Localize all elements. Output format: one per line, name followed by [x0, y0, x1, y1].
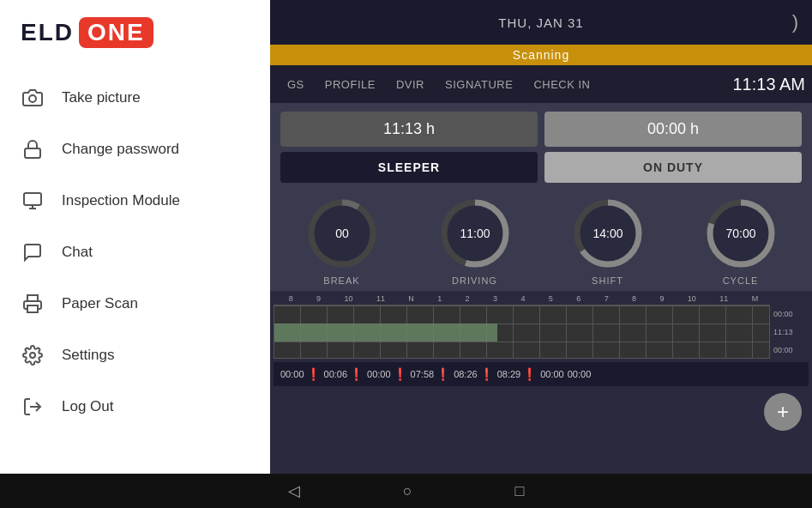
svg-text:14:00: 14:00	[592, 227, 623, 240]
status-row: 11:13 h 00:00 h	[270, 103, 812, 152]
on-duty-button[interactable]: ON DUTY	[544, 152, 802, 183]
bottom-status-bar: 00:00 ❗ 00:06 ❗ 00:00 ❗ 07:58 ❗	[274, 362, 809, 386]
on-duty-label: ON DUTY	[643, 160, 703, 174]
status-warn-2: ❗	[393, 367, 407, 381]
status-warn-0: ❗	[306, 367, 321, 381]
moon-icon: )	[792, 11, 798, 33]
lock-icon	[21, 137, 45, 161]
gauges-row: 00 BREAK 11:00 DRIVING	[270, 190, 812, 291]
gauge-shift: 14:00 SHIFT	[569, 195, 647, 286]
status-value-0: 00:00	[280, 369, 304, 379]
status-value-7: 00:00	[568, 369, 592, 379]
top-bar: THU, JAN 31 )	[270, 0, 812, 45]
status-warn-4: ❗	[479, 367, 494, 381]
fab-add-button[interactable]: +	[764, 393, 802, 431]
mode-row: SLEEPER ON DUTY	[270, 152, 812, 190]
gauge-shift-label: SHIFT	[592, 275, 623, 286]
status-item-2: 00:00 ❗	[367, 367, 407, 381]
sidebar-item-settings[interactable]: Settings	[0, 330, 270, 381]
svg-rect-2	[24, 193, 41, 205]
logo-area: ELD ONE	[0, 0, 270, 65]
status-item-3: 07:58 ❗	[411, 367, 451, 381]
svg-rect-5	[27, 305, 38, 312]
status-item-0: 00:00 ❗	[280, 367, 321, 381]
svg-point-0	[29, 95, 36, 102]
tab-gs[interactable]: GS	[277, 65, 315, 103]
logout-icon	[21, 395, 45, 419]
settings-icon	[21, 343, 45, 367]
status-value-5: 08:29	[497, 369, 521, 379]
scanning-bar: Scanning	[270, 45, 812, 65]
sidebar-item-log-out[interactable]: Log Out	[0, 381, 270, 432]
gauge-cycle-label: CYCLE	[723, 275, 759, 286]
svg-text:00: 00	[335, 227, 349, 240]
svg-text:70:00: 70:00	[725, 227, 755, 240]
menu-items-list: Take picture Change password	[0, 65, 270, 474]
sidebar-item-chat[interactable]: Chat	[0, 227, 270, 278]
home-button[interactable]: ○	[403, 482, 412, 500]
sidebar-item-take-picture[interactable]: Take picture	[0, 72, 270, 124]
back-button[interactable]: ◁	[288, 481, 300, 500]
status-item-6: 00:00	[540, 369, 564, 379]
svg-rect-1	[25, 148, 40, 158]
sidebar-item-change-password[interactable]: Change password	[0, 124, 270, 175]
sleeper-button[interactable]: SLEEPER	[280, 152, 538, 183]
nav-tabs: GS PROFILE DVIR SIGNATURE CHECK IN 11:13…	[270, 65, 812, 103]
gauge-break: 00 BREAK	[304, 195, 381, 286]
sidebar-item-inspection-module[interactable]: Inspection Module	[0, 175, 270, 227]
status-value-2: 00:00	[367, 369, 391, 379]
logo-eld-text: ELD	[21, 19, 74, 46]
time-box-2: 00:00 h	[544, 112, 802, 147]
settings-label: Settings	[62, 347, 114, 364]
scanning-label: Scanning	[513, 48, 569, 62]
dashboard: 11:13 h 00:00 h SLEEPER ON DUTY	[270, 103, 812, 474]
tab-dvir[interactable]: DVIR	[386, 65, 435, 103]
time-value-2: 00:00 h	[647, 120, 699, 138]
paper-scan-icon	[21, 292, 45, 316]
side-time-2: 11:13	[773, 328, 809, 336]
time-value-1: 11:13 h	[383, 120, 435, 138]
log-out-label: Log Out	[62, 398, 114, 415]
sleeper-label: SLEEPER	[378, 160, 440, 174]
tab-profile[interactable]: PROFILE	[315, 65, 386, 103]
status-warn-1: ❗	[349, 367, 364, 381]
timeline-area: 8 9 10 11 N 1 2 3 4 5 6 7 8 9 10	[270, 291, 812, 474]
change-password-label: Change password	[62, 141, 179, 158]
logo-one-wrapper: ONE	[79, 17, 153, 48]
status-item-1: 00:06 ❗	[324, 367, 364, 381]
inspection-module-label: Inspection Module	[62, 192, 180, 209]
svg-text:11:00: 11:00	[460, 227, 490, 240]
monitor-icon	[21, 189, 45, 213]
svg-point-6	[30, 353, 35, 358]
paper-scan-label: Paper Scan	[62, 295, 138, 312]
gauge-cycle: 70:00 CYCLE	[702, 195, 779, 286]
status-warn-5: ❗	[522, 367, 537, 381]
gauge-driving-label: DRIVING	[452, 275, 497, 286]
chat-label: Chat	[62, 244, 93, 261]
time-box-1: 11:13 h	[280, 112, 538, 147]
status-value-1: 00:06	[324, 369, 348, 379]
fab-icon: +	[777, 400, 789, 424]
chat-icon	[21, 240, 45, 264]
date-display: THU, JAN 31	[498, 15, 583, 30]
status-item-5: 08:29 ❗	[497, 367, 538, 381]
side-time-1: 00:00	[773, 310, 809, 318]
gauge-driving: 11:00 DRIVING	[436, 195, 514, 286]
status-value-6: 00:00	[540, 369, 564, 379]
recent-button[interactable]: □	[515, 482, 525, 500]
gauge-break-label: BREAK	[323, 275, 359, 286]
status-value-3: 07:58	[411, 369, 435, 379]
camera-icon	[21, 86, 45, 110]
tab-check-in[interactable]: CHECK IN	[523, 65, 600, 103]
status-warn-3: ❗	[436, 367, 450, 381]
logo-one-text: ONE	[87, 19, 145, 45]
sidebar: ELD ONE Take picture	[0, 0, 270, 474]
main-content: THU, JAN 31 ) Scanning GS PROFILE DVIR S…	[270, 0, 812, 474]
status-item-7: 00:00	[568, 369, 592, 379]
current-time: 11:13 AM	[732, 75, 805, 94]
take-picture-label: Take picture	[62, 89, 141, 106]
status-item-4: 08:26 ❗	[454, 367, 494, 381]
tab-signature[interactable]: SIGNATURE	[435, 65, 523, 103]
sidebar-item-paper-scan[interactable]: Paper Scan	[0, 278, 270, 330]
android-nav-bar: ◁ ○ □	[0, 474, 812, 508]
